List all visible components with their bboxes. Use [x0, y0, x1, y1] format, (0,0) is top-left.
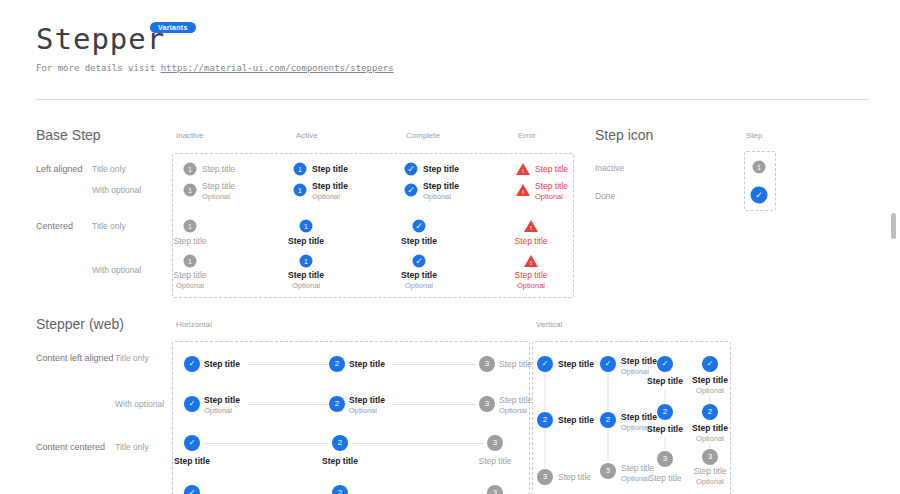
step-title-label: Step title [647, 376, 683, 386]
step-icon-heading: Step icon [595, 127, 653, 143]
step-title-label: Step title [174, 456, 210, 466]
step-title-label: Step title [499, 359, 532, 369]
complete-step-icon: ✓ [702, 356, 718, 372]
optional-label: Optional [349, 406, 377, 415]
optional-label: Optional [696, 477, 724, 486]
inactive-step-icon: 3 [702, 449, 718, 465]
complete-step-icon: ✓ [184, 356, 200, 372]
connector-line [248, 404, 329, 405]
inactive-step-icon: 1 [184, 163, 197, 176]
step-title-label: Step title [312, 164, 348, 174]
step-title-label: Step title [621, 463, 654, 473]
step-title-label: Step title [499, 395, 532, 405]
connector-line [545, 375, 546, 411]
inactive-step-icon: 1 [753, 161, 766, 174]
connector-line [545, 431, 546, 468]
step-title-label: Step title [423, 181, 459, 191]
optional-label: Optional [517, 281, 545, 290]
optional-label: Optional [312, 192, 340, 201]
row-label-content-left-aligned: Content left aligned [36, 353, 114, 363]
row-label-done: Done [595, 191, 615, 201]
column-header-active: Active [296, 131, 318, 140]
complete-step-icon: ✓ [600, 356, 616, 372]
step-title-label: Step title [312, 181, 348, 191]
inactive-step-icon: 3 [600, 463, 616, 479]
scrollbar-thumb[interactable] [891, 213, 896, 239]
step-title-label: Step title [558, 415, 594, 425]
inactive-step-icon: 3 [479, 356, 495, 372]
inactive-step-icon: 3 [487, 485, 503, 494]
step-title-label: Step title [173, 236, 206, 246]
optional-label: Optional [696, 434, 724, 443]
connector-line [352, 443, 484, 444]
step-title-label: Step title [648, 473, 681, 483]
connector-line [392, 404, 477, 405]
active-step-icon: 2 [329, 396, 345, 412]
inactive-step-icon: 1 [184, 184, 197, 197]
step-title-label: Step title [693, 466, 726, 476]
connector-line [392, 364, 477, 365]
page-title: Stepper [36, 22, 165, 56]
active-step-icon: 1 [300, 255, 313, 268]
header-divider [36, 99, 869, 100]
step-title-label: Step title [621, 356, 657, 366]
step-title-label: Step title [535, 164, 568, 174]
subtitle-text: For more details visit [36, 63, 155, 73]
column-header-step: Step [746, 131, 762, 140]
step-title-label: Step title [514, 270, 547, 280]
row-label-inactive: Inactive [595, 163, 624, 173]
column-header-inactive: Inactive [176, 131, 204, 140]
optional-label: Optional [202, 192, 230, 201]
row-sublabel-with-optional: With optional [92, 265, 141, 275]
step-title-label: Step title [558, 359, 594, 369]
complete-step-icon: ✓ [413, 255, 426, 268]
step-title-label: Step title [349, 359, 385, 369]
complete-step-icon: ✓ [184, 485, 200, 494]
connector-line [204, 443, 329, 444]
optional-label: Optional [176, 281, 204, 290]
row-label-centered: Centered [36, 221, 73, 231]
inactive-step-icon: 3 [487, 435, 503, 451]
optional-label: Optional [204, 406, 232, 415]
step-title-label: Step title [692, 423, 728, 433]
step-title-label: Step title [322, 456, 358, 466]
inactive-step-icon: 1 [184, 255, 197, 268]
base-step-heading: Base Step [36, 127, 101, 143]
step-title-label: Step title [478, 456, 511, 466]
subtitle: For more details visit https://material-… [36, 63, 394, 73]
step-title-label: Step title [288, 270, 324, 280]
step-title-label: Step title [288, 236, 324, 246]
active-step-icon: 2 [332, 485, 348, 494]
row-sublabel-title-only: Title only [92, 221, 126, 231]
column-header-vertical: Vertical [536, 320, 562, 329]
complete-step-icon: ✓ [537, 356, 553, 372]
complete-step-icon: ✓ [184, 396, 200, 412]
step-title-label: Step title [401, 270, 437, 280]
step-title-label: Step title [535, 181, 568, 191]
active-step-icon: 1 [300, 220, 313, 233]
optional-label: Optional [621, 367, 649, 376]
connector-line [665, 390, 666, 403]
optional-label: Optional [621, 423, 649, 432]
row-sublabel-title-only: Title only [115, 353, 149, 363]
active-step-icon: 1 [294, 163, 307, 176]
active-step-icon: 2 [537, 412, 553, 428]
active-step-icon: 2 [332, 435, 348, 451]
optional-label: Optional [535, 192, 563, 201]
optional-label: Optional [621, 474, 649, 483]
active-step-icon: 2 [329, 356, 345, 372]
inactive-step-icon: 3 [537, 469, 553, 485]
step-title-label: Step title [558, 472, 591, 482]
step-title-label: Step title [204, 359, 240, 369]
material-ui-link[interactable]: https://material-ui.com/components/stepp… [161, 63, 394, 73]
step-title-label: Step title [349, 395, 385, 405]
complete-step-icon: ✓ [184, 435, 200, 451]
step-title-label: Step title [647, 424, 683, 434]
inactive-step-icon: 1 [184, 220, 197, 233]
step-title-label: Step title [202, 164, 235, 174]
step-title-label: Step title [173, 270, 206, 280]
column-header-error: Error [518, 131, 536, 140]
optional-label: Optional [405, 281, 433, 290]
connector-line [608, 375, 609, 411]
optional-label: Optional [292, 281, 320, 290]
